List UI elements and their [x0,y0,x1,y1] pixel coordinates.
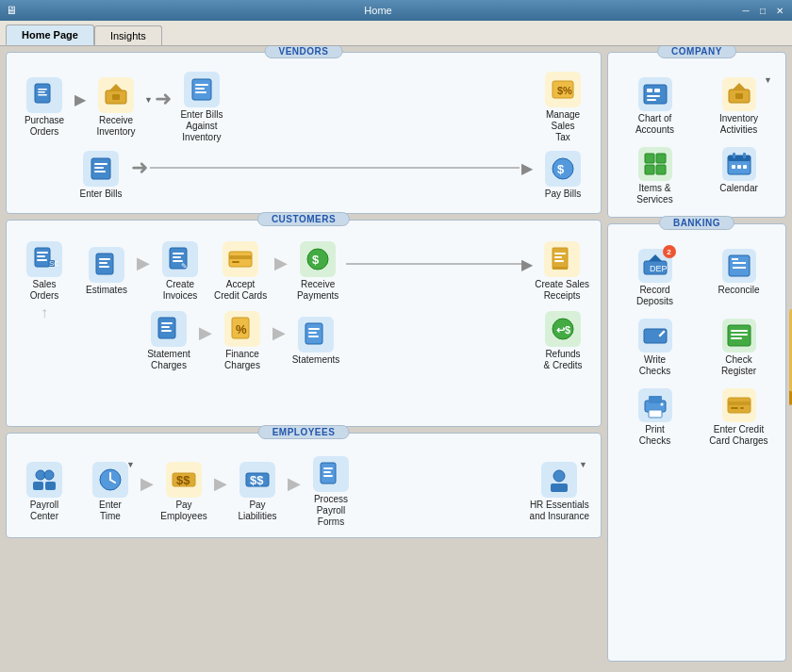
payroll-center-label: PayrollCenter [30,500,59,522]
sales-orders-item[interactable]: SO SalesOrders [16,239,73,303]
svg-rect-102 [731,337,742,339]
svg-rect-81 [645,154,654,163]
enter-bills-inventory-label: Enter BillsAgainstInventory [180,109,223,143]
deposits-badge: 2 [663,245,676,258]
statement-charges-item[interactable]: StatementCharges [140,309,197,373]
write-checks-item[interactable]: WriteChecks [614,315,696,381]
receive-inventory-item[interactable]: ReceiveInventory [88,75,144,139]
employees-row: PayrollCenter ▼ EnterTime ▶ [16,454,591,530]
svg-rect-15 [94,167,104,169]
create-invoices-item[interactable]: ✎ CreateInvoices [152,239,208,303]
svg-rect-76 [647,95,660,97]
svg-rect-86 [728,156,751,161]
minimize-button[interactable]: ─ [739,4,752,17]
statements-icon [298,317,334,352]
estimates-item[interactable]: Estimates [78,245,135,298]
reconcile-label: Reconcile [718,285,760,296]
left-panel: VENDORS PurchaseOrders ▶ [6,52,602,662]
svg-rect-2 [38,91,45,93]
create-sales-receipts-icon [544,241,580,277]
purchase-orders-label: PurchaseOrders [25,115,64,138]
refunds-credits-item[interactable]: ↩$ Refunds& Credits [535,309,591,373]
svg-rect-42 [554,260,564,262]
svg-rect-82 [656,154,666,163]
svg-rect-47 [161,330,172,332]
enter-bills-item[interactable]: Enter Bills [73,149,129,202]
main-content: VENDORS PurchaseOrders ▶ [0,46,792,667]
pay-employees-item[interactable]: $$ PayEmployees [156,460,212,524]
close-button[interactable]: ✕ [773,4,786,17]
svg-marker-79 [733,83,746,90]
svg-rect-30 [173,253,184,254]
svg-rect-9 [195,88,205,90]
reconcile-icon [722,249,756,283]
svg-rect-74 [647,89,652,92]
arrow1: ▶ [73,90,88,108]
vendors-row1: PurchaseOrders ▶ ReceiveInventory ▼ ➜ [16,70,591,145]
svg-text:DEP: DEP [650,264,668,273]
svg-rect-3 [38,94,47,96]
inventory-activities-item[interactable]: ▼ InventoryActivities [698,74,780,139]
svg-rect-51 [308,328,320,330]
arrow4: ▶ [520,159,535,177]
purchase-orders-item[interactable]: PurchaseOrders [16,75,73,139]
vendors-row2: Enter Bills ➜ ▶ $ Pay Bills [73,149,591,202]
payroll-center-item[interactable]: PayrollCenter [16,460,73,524]
svg-marker-5 [109,84,123,90]
svg-text:%: % [236,322,247,336]
calendar-label: Calendar [719,183,758,194]
finance-charges-item[interactable]: % FinanceCharges [214,309,271,373]
check-register-item[interactable]: CheckRegister [698,315,780,381]
svg-text:$: $ [557,162,565,176]
accept-credit-cards-item[interactable]: AcceptCredit Cards [212,239,269,303]
pay-liabilities-item[interactable]: $$ PayLiabilities [229,460,286,524]
calendar-item[interactable]: Calendar [698,143,780,209]
reconcile-item[interactable]: Reconcile [698,245,780,311]
chart-of-accounts-item[interactable]: Chart ofAccounts [614,74,696,139]
record-deposits-item[interactable]: DEP 2 RecordDeposits [614,245,696,311]
manage-sales-tax-item[interactable]: $% ManageSalesTax [535,70,591,145]
purchase-orders-icon [26,77,62,113]
print-checks-item[interactable]: PrintChecks [614,385,696,451]
svg-rect-87 [733,153,735,158]
items-services-item[interactable]: Items &Services [614,143,696,209]
receive-inventory-icon [98,77,134,113]
maximize-button[interactable]: □ [756,4,769,17]
hr-essentials-item[interactable]: ▼ HR Essentialsand Insurance [528,460,591,524]
inventory-activities-icon [722,77,756,111]
statements-item[interactable]: Statements [288,315,344,368]
company-grid: Chart ofAccounts ▼ InventoryActivities [614,74,780,209]
tab-home-page[interactable]: Home Page [6,25,94,45]
svg-rect-21 [37,255,45,257]
enter-credit-card-charges-item[interactable]: Enter CreditCard Charges [698,385,780,451]
enter-bills-icon [83,151,119,187]
tab-bar: Home Page Insights [0,21,792,46]
process-payroll-forms-item[interactable]: ProcessPayrollForms [303,454,359,530]
svg-rect-108 [728,402,751,405]
window-controls[interactable]: ─ □ ✕ [739,4,786,17]
enter-bills-inventory-item[interactable]: Enter BillsAgainstInventory [173,70,230,145]
arrow5: ▶ [135,253,152,273]
svg-rect-91 [743,165,747,169]
pay-bills-item[interactable]: $ Pay Bills [535,149,591,202]
pay-liabilities-icon: $$ [239,462,275,498]
svg-rect-110 [740,407,744,409]
svg-rect-31 [173,256,181,258]
tab-insights[interactable]: Insights [94,25,162,45]
svg-rect-0 [35,84,50,103]
banking-section: BANKING DEP 2 RecordDeposits [607,223,786,662]
pay-bills-label: Pay Bills [545,188,581,200]
create-sales-receipts-item[interactable]: Create SalesReceipts [533,239,591,303]
pay-liabilities-label: PayLiabilities [238,500,276,522]
finance-charges-icon: % [224,311,260,347]
arrow-emp1: ▶ [139,473,156,494]
receive-payments-item[interactable]: $ ReceivePayments [289,239,346,303]
accept-credit-cards-icon [223,241,258,277]
enter-bills-inventory-icon [184,72,220,107]
enter-time-item[interactable]: ▼ EnterTime [82,460,139,524]
receive-payments-label: ReceivePayments [297,279,338,302]
payroll-center-icon [26,462,62,498]
chart-of-accounts-label: Chart ofAccounts [635,113,674,136]
svg-text:$%: $% [557,85,572,96]
sales-orders-label: SalesOrders [30,279,59,302]
